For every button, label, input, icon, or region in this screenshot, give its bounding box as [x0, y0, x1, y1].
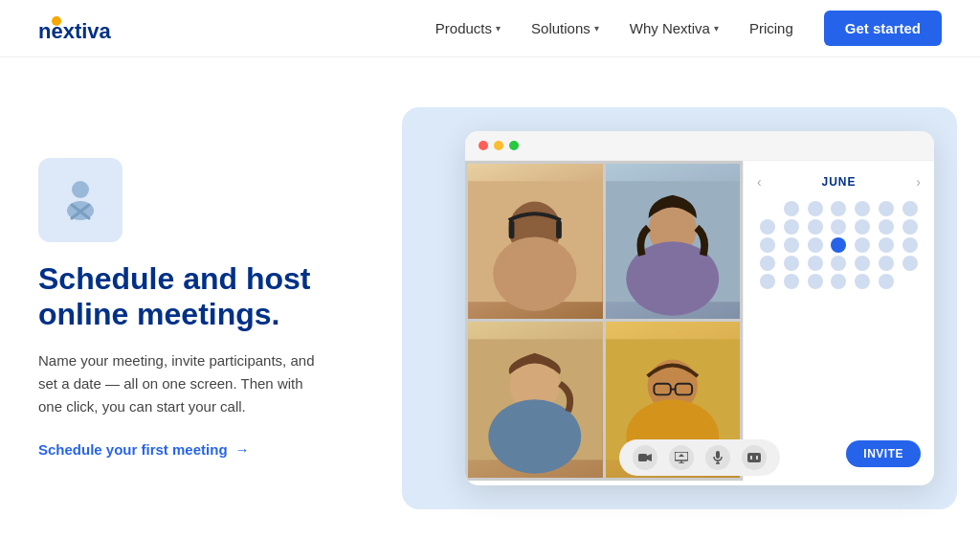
calendar-day[interactable] — [855, 219, 870, 235]
nav-solutions[interactable]: Solutions ▾ — [531, 20, 599, 36]
chevron-down-icon: ▾ — [714, 23, 719, 34]
schedule-meeting-link[interactable]: Schedule your first meeting → — [38, 441, 373, 458]
calendar-day[interactable] — [760, 256, 775, 271]
person-icon — [56, 176, 104, 224]
calendar-day[interactable] — [808, 274, 823, 289]
svg-rect-9 — [509, 219, 515, 237]
calendar-day[interactable] — [784, 274, 799, 289]
calendar-day[interactable] — [831, 219, 846, 235]
video-camera-button[interactable] — [633, 445, 657, 470]
browser-bar — [465, 131, 934, 161]
get-started-button[interactable]: Get started — [824, 11, 942, 46]
calendar-day[interactable] — [902, 201, 918, 216]
logo[interactable]: nextiva — [38, 13, 144, 44]
calendar-day[interactable] — [879, 201, 894, 216]
calendar-day[interactable] — [902, 219, 918, 235]
navbar: nextiva Products ▾ Solutions ▾ Why Nexti… — [0, 0, 980, 57]
video-grid — [465, 161, 743, 481]
calendar-day[interactable] — [879, 256, 894, 271]
calendar-day[interactable] — [760, 237, 775, 253]
video-cell-2 — [606, 164, 741, 320]
svg-point-8 — [493, 236, 576, 311]
svg-rect-10 — [556, 219, 562, 237]
calendar-day[interactable] — [855, 201, 870, 216]
svg-marker-28 — [679, 454, 684, 457]
calendar-day[interactable] — [808, 219, 823, 235]
calendar-day[interactable] — [855, 237, 870, 253]
chevron-down-icon: ▾ — [496, 23, 501, 34]
hero-right: ‹ JUNE › — [402, 107, 957, 509]
hero-description: Name your meeting, invite participants, … — [38, 349, 325, 418]
traffic-light-green — [509, 141, 519, 150]
svg-text:nextiva: nextiva — [38, 19, 112, 43]
svg-rect-29 — [716, 451, 720, 459]
invite-button[interactable]: INVITE — [846, 440, 921, 467]
video-cell-1 — [468, 164, 603, 320]
calendar-panel: ‹ JUNE › — [743, 161, 934, 481]
logo-svg: nextiva — [38, 13, 144, 44]
nav-products[interactable]: Products ▾ — [435, 20, 501, 36]
calendar-day[interactable] — [760, 274, 775, 289]
calendar-prev-button[interactable]: ‹ — [757, 174, 762, 190]
calendar-header: ‹ JUNE › — [757, 174, 921, 190]
nav-links: Products ▾ Solutions ▾ Why Nextiva ▾ Pri… — [435, 11, 942, 46]
calendar-day[interactable] — [879, 237, 894, 253]
calendar-day[interactable] — [808, 201, 823, 216]
screen-share-button[interactable] — [669, 445, 694, 470]
calendar-day[interactable] — [784, 219, 799, 235]
calendar-day[interactable] — [902, 256, 918, 271]
traffic-light-red — [479, 141, 488, 150]
calendar-day — [760, 201, 775, 216]
svg-rect-23 — [638, 454, 647, 461]
calendar-day[interactable] — [831, 274, 846, 289]
calendar-day[interactable] — [808, 256, 823, 271]
nav-why-nextiva[interactable]: Why Nextiva ▾ — [630, 20, 719, 36]
calendar-day[interactable] — [808, 237, 823, 253]
hero-icon-box — [38, 158, 122, 242]
calendar-day[interactable] — [784, 256, 799, 271]
nav-pricing[interactable]: Pricing — [749, 20, 793, 36]
video-cell-3 — [468, 322, 603, 478]
calendar-day-active[interactable] — [831, 237, 846, 253]
browser-background: ‹ JUNE › — [402, 107, 957, 509]
calendar-grid — [757, 201, 921, 289]
browser-window: ‹ JUNE › — [465, 131, 934, 485]
calendar-day[interactable] — [760, 219, 775, 235]
chevron-down-icon: ▾ — [594, 23, 599, 34]
video-toolbar — [619, 439, 780, 476]
calendar-month: JUNE — [821, 175, 856, 189]
calendar-day[interactable] — [879, 219, 894, 235]
calendar-day[interactable] — [902, 237, 918, 253]
traffic-light-yellow — [494, 141, 503, 150]
calendar-day[interactable] — [879, 274, 894, 289]
calendar-day — [902, 274, 918, 289]
svg-rect-32 — [747, 453, 761, 462]
hero-left: Schedule and host online meetings. Name … — [38, 158, 402, 458]
arrow-icon: → — [235, 441, 250, 458]
calendar-day[interactable] — [831, 256, 846, 271]
hero-headline: Schedule and host online meetings. — [38, 261, 373, 332]
microphone-button[interactable] — [705, 445, 730, 470]
calendar-day[interactable] — [784, 201, 799, 216]
browser-content: ‹ JUNE › — [465, 161, 934, 481]
svg-marker-24 — [647, 454, 652, 461]
calendar-day[interactable] — [784, 237, 799, 253]
calendar-day[interactable] — [855, 274, 870, 289]
svg-point-2 — [72, 181, 89, 198]
calendar-day[interactable] — [855, 256, 870, 271]
main-content: Schedule and host online meetings. Name … — [0, 57, 980, 539]
calendar-next-button[interactable]: › — [916, 174, 921, 190]
end-call-button[interactable] — [742, 445, 767, 470]
calendar-day[interactable] — [831, 201, 846, 216]
